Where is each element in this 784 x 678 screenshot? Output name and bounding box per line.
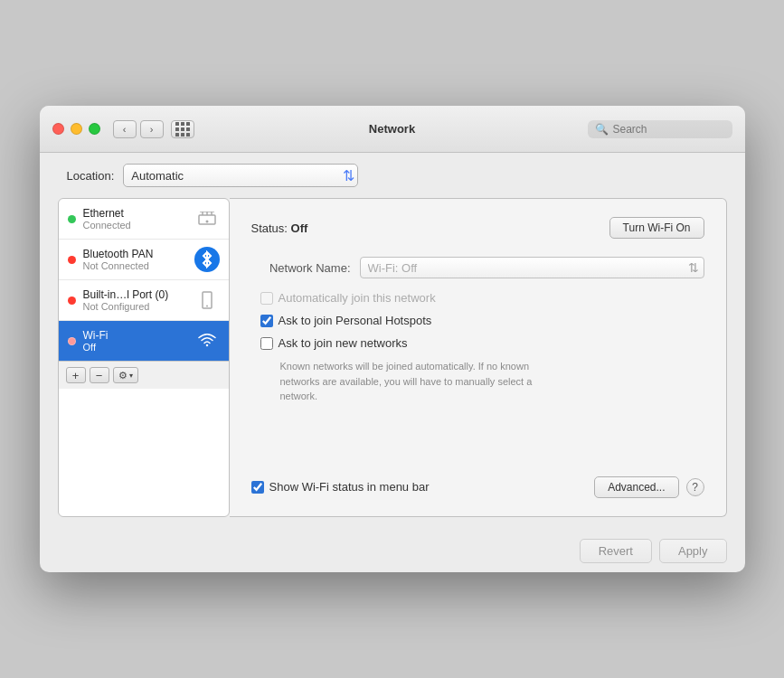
sidebar-item-wifi[interactable]: Wi-Fi Off	[59, 321, 229, 361]
show-wifi-row: Show Wi-Fi status in menu bar	[251, 480, 430, 494]
maximize-button[interactable]	[89, 123, 100, 135]
status-dot-ethernet	[68, 215, 76, 223]
location-label: Location:	[67, 169, 115, 183]
auto-join-label: Automatically join this network	[279, 291, 436, 305]
nav-buttons: ‹ ›	[113, 120, 164, 138]
location-bar: Location: Automatic ⇅	[40, 153, 745, 198]
advanced-button[interactable]: Advanced...	[594, 476, 678, 498]
status-text: Status: Off	[251, 221, 308, 235]
status-label: Status:	[251, 221, 288, 235]
sidebar: Ethernet Connected	[58, 198, 230, 517]
add-network-button[interactable]: +	[66, 367, 86, 383]
svg-point-7	[206, 306, 208, 307]
titlebar: ‹ › Network 🔍	[40, 106, 745, 153]
status-row: Status: Off Turn Wi-Fi On	[251, 217, 704, 239]
detail-panel: Status: Off Turn Wi-Fi On Network Name: …	[230, 198, 727, 517]
hint-text: Known networks will be joined automatica…	[260, 359, 550, 404]
status-value: Off	[291, 221, 308, 235]
sidebar-item-ethernet-status: Connected	[83, 220, 187, 231]
turn-wifi-button[interactable]: Turn Wi-Fi On	[609, 217, 704, 239]
bottom-bar: Show Wi-Fi status in menu bar Advanced..…	[251, 476, 704, 498]
network-gear-button[interactable]: ⚙ ▾	[113, 367, 138, 383]
revert-button[interactable]: Revert	[580, 539, 652, 563]
ask-new-row: Ask to join new networks	[260, 336, 704, 350]
svg-point-4	[205, 221, 208, 223]
ask-hotspot-checkbox[interactable]	[260, 315, 273, 327]
close-button[interactable]	[52, 123, 64, 135]
ask-hotspot-row: Ask to join Personal Hotspots	[260, 314, 704, 327]
remove-network-button[interactable]: −	[90, 367, 109, 383]
search-box[interactable]: 🔍	[588, 120, 732, 138]
apps-button[interactable]	[171, 120, 194, 138]
sidebar-item-bluetooth-status: Not Connected	[83, 260, 187, 271]
help-button[interactable]: ?	[686, 478, 704, 496]
ask-hotspot-label: Ask to join Personal Hotspots	[279, 314, 432, 327]
network-name-label: Network Name:	[251, 261, 351, 275]
sidebar-item-builtin[interactable]: Built-in…l Port (0) Not Configured	[59, 280, 229, 321]
auto-join-row: Automatically join this network	[260, 291, 704, 305]
status-dot-bluetooth	[68, 256, 76, 264]
apply-button[interactable]: Apply	[659, 539, 727, 563]
sidebar-list: Ethernet Connected	[59, 199, 229, 361]
traffic-lights	[52, 123, 100, 135]
sidebar-item-ethernet[interactable]: Ethernet Connected	[59, 199, 229, 240]
show-wifi-label: Show Wi-Fi status in menu bar	[269, 480, 430, 494]
sidebar-item-ethernet-name: Ethernet	[83, 207, 187, 220]
sidebar-item-builtin-name: Built-in…l Port (0)	[83, 288, 187, 301]
apps-grid-icon	[175, 122, 190, 137]
network-name-row: Network Name: Wi-Fi: Off ⇅	[251, 257, 704, 278]
search-icon: 🔍	[595, 123, 609, 136]
minimize-button[interactable]	[71, 123, 82, 135]
location-select[interactable]: Automatic	[123, 164, 358, 187]
status-dot-wifi	[68, 337, 76, 345]
location-select-wrapper: Automatic ⇅	[123, 164, 358, 187]
ask-new-checkbox[interactable]	[260, 337, 273, 350]
bottom-right: Advanced... ?	[594, 476, 704, 498]
search-input[interactable]	[613, 123, 725, 136]
wifi-icon	[194, 328, 220, 353]
gear-dropdown-icon: ▾	[129, 372, 133, 380]
bluetooth-icon	[194, 247, 220, 272]
phone-icon	[194, 287, 220, 313]
sidebar-bottom: + − ⚙ ▾	[59, 361, 229, 389]
main-content: Ethernet Connected	[58, 198, 727, 532]
sidebar-item-builtin-status: Not Configured	[83, 301, 187, 312]
back-button[interactable]: ‹	[113, 120, 137, 138]
main-window: ‹ › Network 🔍 Location: Automatic ⇅	[40, 106, 745, 572]
ask-new-label: Ask to join new networks	[279, 336, 408, 350]
sidebar-item-wifi-status: Off	[83, 342, 187, 353]
gear-icon: ⚙	[118, 370, 128, 381]
sidebar-item-bluetooth-pan[interactable]: Bluetooth PAN Not Connected	[59, 240, 229, 280]
network-name-select[interactable]: Wi-Fi: Off	[360, 257, 704, 278]
sidebar-item-bluetooth-name: Bluetooth PAN	[83, 248, 187, 260]
status-dot-builtin	[68, 297, 76, 305]
sidebar-item-wifi-name: Wi-Fi	[83, 329, 187, 342]
auto-join-checkbox[interactable]	[260, 292, 273, 305]
show-wifi-checkbox[interactable]	[251, 481, 264, 494]
forward-button[interactable]: ›	[140, 120, 164, 138]
checkbox-group: Automatically join this network Ask to j…	[251, 291, 704, 404]
window-title: Network	[369, 122, 415, 136]
ethernet-icon	[194, 206, 220, 231]
footer-row: Revert Apply	[40, 532, 745, 572]
